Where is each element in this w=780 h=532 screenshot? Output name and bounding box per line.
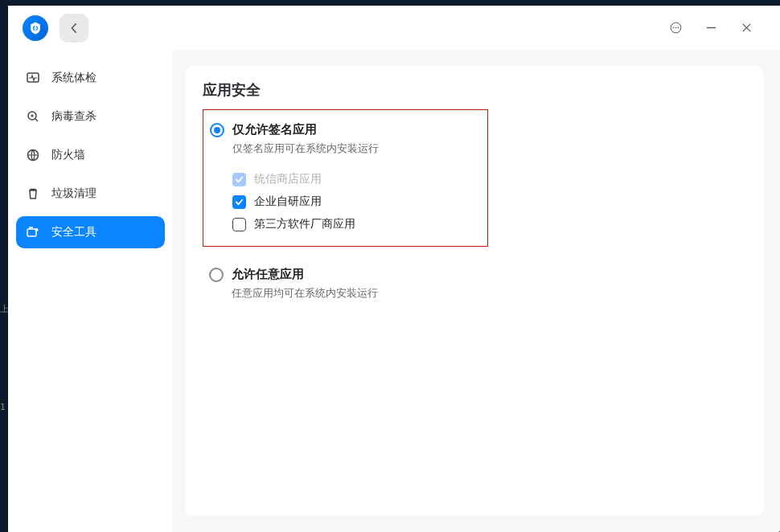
sidebar-item-system-checkup[interactable]: 系统体检 xyxy=(16,62,165,94)
sidebar-item-label: 防火墙 xyxy=(51,148,85,162)
checkmark-icon xyxy=(235,175,244,184)
option-header[interactable]: 允许任意应用 xyxy=(209,267,740,282)
svg-point-2 xyxy=(672,27,674,29)
app-window: 系统体检 病毒查杀 防火墙 垃圾清理 xyxy=(8,6,780,532)
checkbox-thirdparty-apps-box[interactable] xyxy=(232,218,246,231)
checkmark-icon xyxy=(235,198,244,207)
sidebar-item-security-tools[interactable]: 安全工具 xyxy=(16,216,165,248)
option-subtitle: 任意应用均可在系统内安装运行 xyxy=(232,286,740,301)
svg-point-10 xyxy=(31,115,34,117)
svg-point-14 xyxy=(35,228,39,231)
close-button[interactable] xyxy=(729,10,764,46)
radio-any-apps[interactable] xyxy=(209,268,224,282)
titlebar xyxy=(8,6,780,50)
chevron-left-icon xyxy=(69,23,79,34)
trash-icon xyxy=(26,186,40,201)
system-checkup-icon xyxy=(26,71,40,85)
signed-checkbox-list: 统信商店应用 企业自研应用 第三方软件厂商应用 xyxy=(232,172,481,231)
svg-line-11 xyxy=(35,119,38,121)
firewall-icon xyxy=(26,148,40,162)
option-title: 仅允许签名应用 xyxy=(232,122,317,137)
svg-point-3 xyxy=(675,27,676,29)
sidebar: 系统体检 病毒查杀 防火墙 垃圾清理 xyxy=(8,50,173,532)
content-panel: 应用安全 仅允许签名应用 仅签名应用可在系统内安装运行 统信商店应用 xyxy=(185,66,764,516)
body-area: 系统体检 病毒查杀 防火墙 垃圾清理 xyxy=(8,50,780,532)
checkbox-label: 统信商店应用 xyxy=(254,172,322,186)
sidebar-item-virus-scan[interactable]: 病毒查杀 xyxy=(16,100,165,133)
checkbox-store-apps-box xyxy=(232,173,246,186)
virus-scan-icon xyxy=(26,109,40,124)
sidebar-item-firewall[interactable]: 防火墙 xyxy=(16,139,165,171)
more-horizontal-icon xyxy=(670,22,682,34)
option-signed-apps: 仅允许签名应用 仅签名应用可在系统内安装运行 统信商店应用 xyxy=(203,109,488,247)
page-title: 应用安全 xyxy=(203,80,746,100)
checkbox-thirdparty-apps[interactable]: 第三方软件厂商应用 xyxy=(232,217,481,231)
security-tools-icon xyxy=(26,225,40,239)
sidebar-item-trash-clean[interactable]: 垃圾清理 xyxy=(16,178,165,210)
option-subtitle: 仅签名应用可在系统内安装运行 xyxy=(232,141,481,156)
minimize-button[interactable] xyxy=(693,10,729,46)
checkbox-enterprise-apps-box[interactable] xyxy=(232,195,246,209)
minimize-icon xyxy=(705,22,717,34)
option-title: 允许任意应用 xyxy=(232,267,304,282)
sidebar-item-label: 病毒查杀 xyxy=(51,109,96,124)
main-content: 应用安全 仅允许签名应用 仅签名应用可在系统内安装运行 统信商店应用 xyxy=(173,50,780,532)
checkbox-label: 第三方软件厂商应用 xyxy=(254,217,355,231)
app-logo-icon xyxy=(23,15,48,41)
menu-button[interactable] xyxy=(658,10,693,46)
close-icon xyxy=(741,22,753,34)
svg-point-4 xyxy=(677,27,679,29)
checkbox-enterprise-apps[interactable]: 企业自研应用 xyxy=(232,194,481,209)
checkbox-label: 企业自研应用 xyxy=(254,194,322,209)
sidebar-item-label: 系统体检 xyxy=(51,71,96,85)
radio-signed-apps[interactable] xyxy=(210,123,224,137)
back-button[interactable] xyxy=(60,14,88,43)
option-any-apps: 允许任意应用 任意应用均可在系统内安装运行 xyxy=(203,255,746,315)
checkbox-store-apps: 统信商店应用 xyxy=(232,172,481,186)
option-header[interactable]: 仅允许签名应用 xyxy=(210,122,481,137)
sidebar-item-label: 安全工具 xyxy=(51,225,96,239)
svg-rect-13 xyxy=(27,229,36,236)
sidebar-item-label: 垃圾清理 xyxy=(51,186,96,201)
